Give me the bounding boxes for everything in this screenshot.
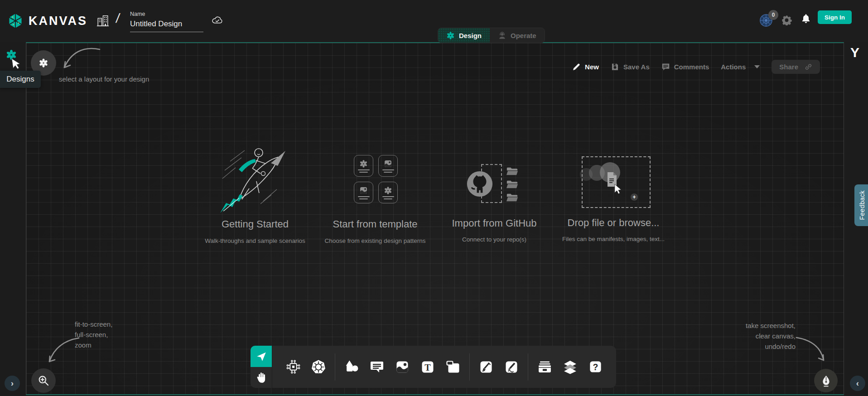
design-name-input[interactable] bbox=[130, 19, 203, 32]
zoom-controls-button[interactable] bbox=[31, 368, 56, 393]
tab-design-label: Design bbox=[459, 32, 482, 39]
magnifier-plus-icon bbox=[37, 374, 50, 387]
pointer-cursor-icon bbox=[9, 56, 24, 72]
pencil-icon bbox=[504, 360, 519, 374]
feedback-tab[interactable]: Feedback bbox=[854, 184, 868, 226]
design-name-group: Name bbox=[130, 11, 203, 32]
layer5-y-logo[interactable]: Y bbox=[850, 45, 859, 60]
toolbar-main bbox=[272, 346, 616, 388]
comments-label: Comments bbox=[674, 63, 709, 71]
operate-person-icon bbox=[498, 31, 506, 40]
chevron-down-icon[interactable] bbox=[754, 65, 760, 68]
text-tool-button[interactable] bbox=[415, 346, 440, 388]
canvas-actions-button[interactable] bbox=[814, 369, 838, 392]
toolbar-divider bbox=[335, 353, 335, 381]
cursor-arrow-icon bbox=[256, 351, 267, 362]
design-flower-icon bbox=[446, 31, 455, 40]
kanvas-logo: KANVAS bbox=[7, 12, 87, 29]
designs-tooltip: Designs bbox=[0, 71, 41, 88]
tab-design[interactable]: Design bbox=[438, 28, 490, 43]
pen-icon bbox=[479, 360, 493, 374]
zoom-hint-text: fit-to-screen, full-screen, zoom bbox=[75, 319, 112, 350]
left-rail bbox=[0, 42, 26, 395]
sign-in-button[interactable]: Sign In bbox=[818, 10, 852, 24]
share-label: Share bbox=[779, 63, 798, 71]
comment-bubble-icon bbox=[370, 360, 384, 374]
layout-flower-icon bbox=[39, 58, 48, 68]
pan-tool-button[interactable] bbox=[251, 367, 272, 388]
screenshot-hint-text: take screenshot, clear canvas, undo/redo bbox=[746, 320, 796, 352]
pencil-tool-button[interactable] bbox=[499, 346, 524, 388]
pointer-cursor-icon bbox=[612, 184, 624, 195]
new-design-button[interactable]: New bbox=[572, 63, 599, 71]
floppy-disk-icon bbox=[611, 63, 619, 71]
share-button[interactable]: Share bbox=[772, 60, 820, 74]
save-as-button[interactable]: Save As bbox=[611, 63, 650, 71]
layers-button[interactable] bbox=[557, 346, 583, 388]
link-chain-icon bbox=[805, 63, 812, 71]
plus-icon: + bbox=[631, 193, 638, 201]
breadcrumb-separator: / bbox=[115, 11, 121, 26]
layout-hint-text: select a layout for your design bbox=[59, 74, 149, 84]
toolbar-divider bbox=[469, 353, 470, 381]
feedback-label: Feedback bbox=[858, 190, 866, 220]
import-from-github-card[interactable] bbox=[453, 156, 537, 249]
kubernetes-helm-icon bbox=[311, 359, 326, 375]
mode-tabs: Design Operate bbox=[438, 28, 545, 43]
comments-button[interactable]: Comments bbox=[661, 63, 709, 71]
notifications-bell-icon[interactable] bbox=[800, 13, 811, 24]
design-name-label: Name bbox=[130, 11, 203, 17]
tab-operate[interactable]: Operate bbox=[490, 28, 545, 43]
select-tool-button[interactable] bbox=[251, 346, 272, 367]
kanvas-hexagon-icon bbox=[7, 12, 24, 29]
expand-right-panel-button[interactable]: ‹ bbox=[850, 376, 865, 391]
layers-icon bbox=[563, 359, 578, 374]
getting-started-card[interactable] bbox=[192, 146, 318, 250]
components-drawer-button[interactable] bbox=[532, 346, 557, 388]
canvas-action-bar: New Save As Comments Actions Share bbox=[572, 59, 820, 74]
notification-count-badge: 0 bbox=[768, 10, 778, 20]
help-button[interactable] bbox=[583, 346, 608, 388]
image-tool-button[interactable] bbox=[390, 346, 415, 388]
question-mark-icon bbox=[588, 360, 603, 374]
note-tool-button[interactable] bbox=[440, 346, 466, 388]
screenshot-hint-arrow bbox=[794, 332, 831, 365]
image-icon bbox=[395, 360, 410, 374]
card-subtitle: Files can be manifests, images, text... bbox=[536, 236, 690, 242]
toolbar-divider bbox=[528, 353, 528, 381]
save-as-label: Save As bbox=[623, 63, 650, 71]
new-label: New bbox=[585, 63, 599, 71]
pen-tool-button[interactable] bbox=[473, 346, 499, 388]
brand-name: KANVAS bbox=[29, 14, 87, 28]
drawer-icon bbox=[537, 359, 552, 374]
pointer-tools-column bbox=[251, 346, 272, 388]
organization-icon[interactable] bbox=[96, 14, 110, 28]
comment-tool-button[interactable] bbox=[364, 346, 390, 388]
layout-hint-arrow bbox=[58, 45, 101, 75]
top-bar: KANVAS / Name Design Operate 0 Sign In bbox=[0, 0, 868, 42]
shapes-icon bbox=[344, 359, 359, 374]
drawing-toolbar bbox=[251, 346, 616, 388]
comment-icon bbox=[661, 63, 670, 71]
card-title: Drop file or browse... bbox=[536, 217, 690, 229]
kubernetes-tool-button[interactable] bbox=[306, 346, 331, 388]
text-icon bbox=[420, 360, 435, 374]
actions-dropdown[interactable]: Actions bbox=[721, 63, 760, 71]
start-from-template-card[interactable] bbox=[330, 150, 420, 250]
circuit-chip-icon bbox=[286, 359, 301, 374]
pen-nib-icon bbox=[820, 375, 832, 387]
component-tool-button[interactable] bbox=[280, 346, 306, 388]
drop-file-zone[interactable]: + bbox=[582, 156, 651, 208]
expand-left-panel-button[interactable]: › bbox=[5, 376, 20, 391]
actions-label: Actions bbox=[721, 63, 746, 71]
hand-icon bbox=[255, 371, 268, 384]
settings-gear-icon[interactable] bbox=[781, 15, 792, 25]
shapes-tool-button[interactable] bbox=[339, 346, 364, 388]
pencil-icon bbox=[572, 63, 581, 71]
kanvas-app: KANVAS / Name Design Operate 0 Sign In bbox=[0, 0, 868, 396]
tab-operate-label: Operate bbox=[511, 32, 536, 39]
save-status-cloud-icon[interactable] bbox=[210, 14, 224, 26]
sticky-note-icon bbox=[446, 360, 460, 374]
